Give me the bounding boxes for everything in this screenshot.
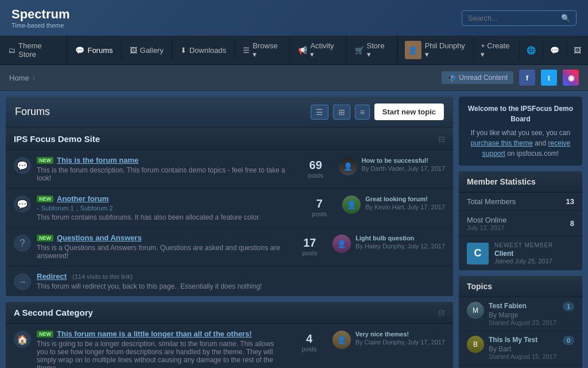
latest-avatar: 👤 [332,235,351,253]
twitter-button[interactable]: t [541,70,557,86]
nav-activity[interactable]: 📢 Activity ▾ [290,36,346,64]
breadcrumb-right: 📭 Unread Content f t ◉ [442,70,579,86]
search-bar[interactable]: 🔍 [462,10,577,26]
start-topic-button[interactable]: Start new topic [374,103,444,120]
nav-user[interactable]: 👤 Phil Dunphy ▾ [397,41,473,59]
most-online-row: Most Online July 12, 2017 8 [459,211,582,236]
redirect-visits: (114 visits to this link) [72,273,133,280]
topic-avatar: M [467,302,484,319]
topic-started: Started August 23, 2017 [489,319,558,326]
forum-icon: 💬 [14,195,31,213]
forum-desc: This forum will redirect you, back to th… [37,282,445,290]
instagram-button[interactable]: ◉ [563,70,579,86]
forum-stats: 69 posts [299,156,333,179]
forum-icon: 🏠 [14,331,31,348]
breadcrumb-bar: Home › 📭 Unread Content f t ◉ [0,65,588,91]
latest-avatar: 👤 [342,195,361,214]
category-header: A Second Category ⊟ [6,302,453,324]
member-avatar: C [467,243,489,264]
category-title: IPS Focus Demo Site [14,134,100,144]
topic-started: Started August 15, 2017 [489,353,558,360]
most-online-label: Most Online July 12, 2017 [467,216,506,231]
forum-icon: ? [14,235,31,252]
chat-icon: 💬 [550,46,559,55]
forum-icon: → [14,273,31,290]
forum-name-link[interactable]: Redirect [37,272,67,281]
nav-chat[interactable]: 💬 [543,41,566,59]
forum-latest: 👤 Great looking forum! By Kevin Hart, Ju… [342,194,445,214]
nav-downloads[interactable]: ⬇ Downloads [172,40,235,60]
nav-gallery[interactable]: 🖼 Gallery [122,40,172,60]
nav-browse[interactable]: ☰ Browse ▾ [235,36,290,64]
breadcrumb-home[interactable]: Home [9,74,29,82]
new-badge: NEW [37,195,53,202]
forums-page-title: Forums [15,106,50,118]
forum-name-link[interactable]: Another forum [57,194,109,203]
collapse-icon[interactable]: ⊟ [438,135,445,144]
latest-title[interactable]: Great looking forum! [365,195,445,202]
facebook-button[interactable]: f [519,70,535,86]
topic-avatar: B [467,336,484,353]
site-branding: Spectrum Time-based theme [11,7,69,29]
latest-meta: By Kevin Hart, July 17, 2017 [365,204,445,210]
topic-title[interactable]: Test Fabien [489,302,558,310]
latest-avatar: 👤 [339,157,357,175]
nav-store[interactable]: 🛒 Store ▾ [347,36,398,64]
topic-item: M Test Fabien By Marge Started August 23… [459,297,582,331]
welcome-content: Welcome to the IPSFocus Demo Board If yo… [459,97,582,166]
view-list-button[interactable]: ☰ [311,105,328,120]
view-grid-button[interactable]: ⊞ [333,105,350,120]
forum-name-link[interactable]: This forum name is a little longer than … [57,329,252,338]
latest-title[interactable]: Light bulb question [355,235,445,241]
nav-theme-store[interactable]: 🗂 Theme Store [0,36,67,64]
nav-bar: 🗂 Theme Store 💬 Forums 🖼 Gallery ⬇ Downl… [0,36,588,65]
unread-button[interactable]: 📭 Unread Content [442,71,513,84]
site-header: Spectrum Time-based theme 🔍 [0,0,588,36]
latest-title[interactable]: Very nice themes! [355,331,445,338]
forum-name-link[interactable]: Questions and Answers [57,233,142,242]
forum-latest: 👤 How to be successful! By Darth Vader, … [339,156,445,175]
forum-item: 🏠 NEW This forum name is a little longer… [6,324,453,368]
welcome-title: Welcome to the IPSFocus Demo Board [467,103,574,124]
topic-by: By Bart [489,345,558,353]
total-members-value: 13 [566,197,574,206]
forum-info: NEW This forum name is a little longer t… [37,329,287,368]
store-icon: 🛒 [355,46,364,55]
topic-by: By Marge [489,311,558,319]
nav-right: 👤 Phil Dunphy ▾ + Create ▾ 🌐 💬 🖼 [397,37,588,63]
nav-image[interactable]: 🖼 [566,41,588,59]
collapse-icon[interactable]: ⊟ [438,308,445,317]
total-members-row: Total Members 13 [459,193,582,211]
downloads-icon: ⬇ [180,46,187,55]
subforum-link[interactable]: Subforum 2 [80,205,113,212]
forum-info: NEW Questions and Answers This is a Ques… [37,233,287,260]
forum-info: NEW This is the forum name This is the f… [37,156,293,182]
search-input[interactable] [468,14,561,22]
activity-icon: 📢 [298,46,307,55]
forum-name-link[interactable]: This is the forum name [57,156,138,164]
gallery-icon: 🖼 [130,46,137,55]
nav-forums[interactable]: 💬 Forums [67,40,121,60]
unread-icon: 📭 [447,74,456,82]
forum-latest: 👤 Very nice themes! By Claire Dunphy, Ju… [332,329,445,349]
category-ips-focus: IPS Focus Demo Site ⊟ 💬 NEW This is the … [6,128,453,296]
member-statistics-box: Member Statistics Total Members 13 Most … [459,171,582,270]
topic-title[interactable]: This Is My Test [489,336,558,344]
topic-item: 👤 This is a topic inside the ipsfocus cl… [459,365,582,368]
topic-count: 1 [563,302,574,311]
forum-desc: This is a Questions and Answers forum. Q… [37,244,287,260]
latest-title[interactable]: How to be successful! [362,157,445,164]
new-badge: NEW [37,235,53,241]
topics-box: Topics M Test Fabien By Marge Started Au… [459,276,582,368]
nav-create[interactable]: + Create ▾ [473,37,519,63]
new-badge: NEW [37,157,53,164]
forum-info: Redirect (114 visits to this link) This … [37,272,445,290]
view-compact-button[interactable]: ≡ [355,105,370,120]
category-second: A Second Category ⊟ 🏠 NEW This forum nam… [6,302,453,368]
purchase-link[interactable]: purchase this theme [471,139,533,147]
category-title: A Second Category [14,308,93,317]
member-name[interactable]: Client [494,250,553,258]
subforum-link[interactable]: Subforum 1 [41,205,74,212]
forum-icon: 💬 [14,157,31,174]
nav-globe[interactable]: 🌐 [519,41,543,59]
